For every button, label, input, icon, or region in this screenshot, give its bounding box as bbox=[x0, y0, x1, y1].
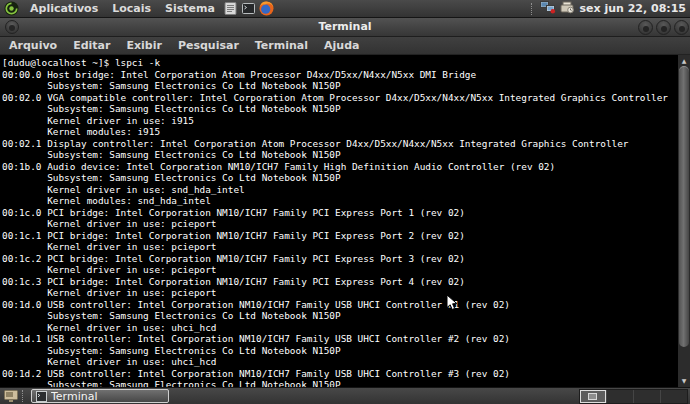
terminal-line: 00:00.0 Host bridge: Intel Corporation A… bbox=[2, 69, 674, 81]
terminal-line: Subsystem: Samsung Electronics Co Ltd No… bbox=[2, 345, 674, 357]
menu-locais[interactable]: Locais bbox=[105, 0, 158, 18]
terminal-line: Kernel driver in use: pcieport bbox=[2, 218, 674, 230]
network-icon[interactable] bbox=[540, 0, 556, 17]
terminal-launcher[interactable] bbox=[241, 1, 257, 16]
text-editor-launcher[interactable] bbox=[223, 1, 239, 16]
scrollbar-thumb[interactable] bbox=[679, 66, 689, 347]
terminal-line: Subsystem: Samsung Electronics Co Ltd No… bbox=[2, 80, 674, 92]
bottom-panel: Terminal bbox=[0, 387, 690, 404]
terminal-output: [dudu@localhost ~]$ lspci -k00:00.0 Host… bbox=[2, 57, 674, 387]
minimize-button[interactable] bbox=[638, 20, 653, 35]
tasklist-handle bbox=[22, 390, 25, 402]
terminal-line: Kernel driver in use: pcieport bbox=[2, 264, 674, 276]
desktop: Aplicativos Locais Sistema bbox=[0, 0, 690, 404]
menu-sistema[interactable]: Sistema bbox=[158, 0, 222, 18]
terminal-line: 00:1d.0 USB controller: Intel Corporatio… bbox=[2, 299, 674, 311]
terminal-screen[interactable]: [dudu@localhost ~]$ lspci -k00:00.0 Host… bbox=[0, 55, 690, 387]
menu-arquivo[interactable]: Arquivo bbox=[1, 37, 65, 55]
terminal-line: 00:02.1 Display controller: Intel Corpor… bbox=[2, 138, 674, 150]
terminal-line: Kernel driver in use: uhci_hcd bbox=[2, 322, 674, 334]
window-controls bbox=[638, 20, 689, 35]
show-desktop-button[interactable] bbox=[2, 389, 20, 404]
clock[interactable]: sex jun 22, 08:15 bbox=[579, 2, 686, 15]
terminal-line: Subsystem: Samsung Electronics Co Ltd No… bbox=[2, 172, 674, 184]
workspace-1[interactable] bbox=[580, 390, 607, 403]
terminal-line: Kernel driver in use: pcieport bbox=[2, 241, 674, 253]
firefox-launcher[interactable] bbox=[259, 1, 275, 16]
maximize-button[interactable] bbox=[656, 20, 671, 35]
terminal-icon bbox=[36, 391, 47, 402]
terminal-line: Subsystem: Samsung Electronics Co Ltd No… bbox=[2, 103, 674, 115]
workspace-4[interactable] bbox=[661, 390, 687, 403]
terminal-line: Kernel modules: i915 bbox=[2, 126, 674, 138]
distro-logo-icon[interactable] bbox=[3, 1, 19, 16]
terminal-line: Kernel driver in use: uhci_hcd bbox=[2, 356, 674, 368]
terminal-line: Kernel driver in use: pcieport bbox=[2, 287, 674, 299]
updates-icon[interactable] bbox=[560, 1, 575, 17]
terminal-line: 00:1c.2 PCI bridge: Intel Corporation NM… bbox=[2, 253, 674, 265]
terminal-window: Terminal Arquivo Editar Exibir Pesquisar… bbox=[0, 18, 690, 387]
terminal-line: Kernel driver in use: i915 bbox=[2, 115, 674, 127]
workspace-3[interactable] bbox=[634, 390, 661, 403]
menu-editar[interactable]: Editar bbox=[65, 37, 118, 55]
taskbar-item-label: Terminal bbox=[51, 390, 98, 403]
terminal-line: 00:1d.1 USB controller: Intel Corporatio… bbox=[2, 333, 674, 345]
terminal-line: Subsystem: Samsung Electronics Co Ltd No… bbox=[2, 379, 674, 387]
close-button[interactable] bbox=[674, 20, 689, 35]
terminal-line: Subsystem: Samsung Electronics Co Ltd No… bbox=[2, 149, 674, 161]
window-title: Terminal bbox=[0, 18, 690, 37]
top-panel: Aplicativos Locais Sistema bbox=[0, 0, 690, 18]
workspace-window-miniature bbox=[588, 393, 597, 400]
workspace-switcher bbox=[579, 389, 688, 404]
menubar: Arquivo Editar Exibir Pesquisar Terminal… bbox=[0, 37, 690, 55]
scroll-down-icon[interactable]: ▼ bbox=[678, 375, 690, 386]
menu-pesquisar[interactable]: Pesquisar bbox=[170, 37, 247, 55]
terminal-line: Kernel modules: snd_hda_intel bbox=[2, 195, 674, 207]
taskbar-item-terminal[interactable]: Terminal bbox=[31, 389, 169, 403]
tray-separator bbox=[531, 3, 534, 15]
terminal-line: 00:02.0 VGA compatible controller: Intel… bbox=[2, 92, 674, 104]
workspace-2[interactable] bbox=[607, 390, 634, 403]
terminal-icon bbox=[242, 2, 255, 15]
window-menu-button[interactable] bbox=[5, 20, 19, 34]
menu-terminal[interactable]: Terminal bbox=[247, 37, 316, 55]
text-editor-icon bbox=[224, 2, 237, 15]
firefox-icon bbox=[259, 1, 274, 16]
menu-exibir[interactable]: Exibir bbox=[118, 37, 169, 55]
menu-aplicativos[interactable]: Aplicativos bbox=[23, 0, 105, 18]
system-tray: sex jun 22, 08:15 bbox=[529, 0, 686, 17]
show-desktop-icon bbox=[4, 390, 18, 403]
terminal-line: 00:1b.0 Audio device: Intel Corporation … bbox=[2, 161, 674, 173]
menu-ajuda[interactable]: Ajuda bbox=[316, 37, 367, 55]
terminal-line: 00:1c.1 PCI bridge: Intel Corporation NM… bbox=[2, 230, 674, 242]
terminal-line: Kernel driver in use: snd_hda_intel bbox=[2, 184, 674, 196]
titlebar[interactable]: Terminal bbox=[0, 18, 690, 37]
terminal-line: 00:1c.0 PCI bridge: Intel Corporation NM… bbox=[2, 207, 674, 219]
terminal-line: 00:1d.2 USB controller: Intel Corporatio… bbox=[2, 368, 674, 380]
scroll-up-icon[interactable]: ▲ bbox=[678, 55, 690, 66]
scrollbar[interactable]: ▲ ▼ bbox=[676, 55, 690, 387]
terminal-line: 00:1c.3 PCI bridge: Intel Corporation NM… bbox=[2, 276, 674, 288]
terminal-line: Subsystem: Samsung Electronics Co Ltd No… bbox=[2, 310, 674, 322]
terminal-line: [dudu@localhost ~]$ lspci -k bbox=[2, 57, 674, 69]
